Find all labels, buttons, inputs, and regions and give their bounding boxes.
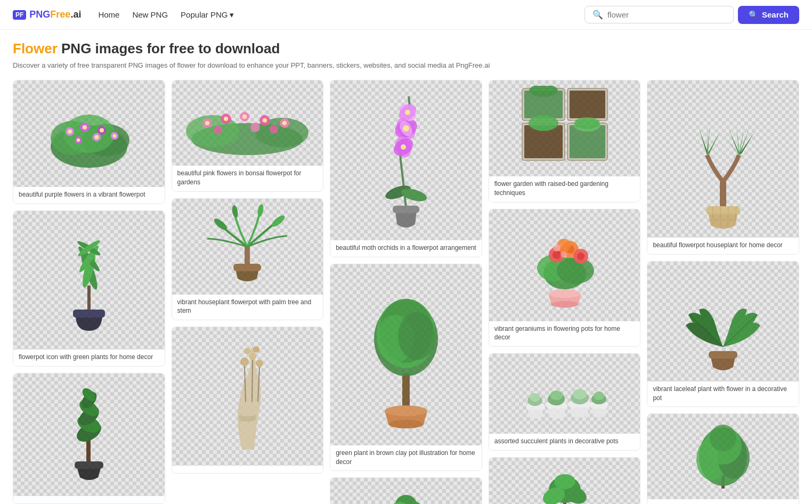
svg-point-99: [574, 117, 600, 129]
svg-point-130: [554, 474, 575, 489]
list-item[interactable]: green plant in brown clay pot illustrati…: [330, 264, 482, 472]
svg-point-112: [549, 289, 581, 298]
image-label: beautiful flowerpot houseplant for home …: [647, 238, 799, 254]
list-item[interactable]: [489, 457, 641, 504]
svg-point-71: [405, 110, 410, 115]
image-thumbnail: [489, 209, 640, 321]
image-label: beautiful purple flowers in a vibrant fl…: [13, 187, 165, 204]
svg-rect-23: [73, 310, 105, 318]
list-item[interactable]: beautiful purple flowers in a vibrant fl…: [13, 80, 165, 204]
svg-point-81: [385, 405, 427, 416]
svg-point-33: [186, 115, 239, 147]
svg-point-36: [205, 121, 209, 125]
search-btn-icon: 🔍: [749, 10, 759, 20]
svg-rect-31: [75, 461, 103, 469]
nav-new-png[interactable]: New PNG: [132, 10, 168, 19]
title-rest: PNG images for free to download: [58, 40, 280, 56]
grid-col-3: flower garden with raised-bed gardening …: [489, 80, 641, 504]
svg-point-68: [401, 144, 406, 150]
list-item[interactable]: beautiful flowerpot houseplant for home …: [647, 80, 799, 255]
list-item[interactable]: vibrant houseplant flowerpot with palm t…: [172, 198, 324, 321]
svg-point-65: [403, 125, 409, 132]
svg-point-110: [553, 244, 561, 251]
grid-col-4: beautiful flowerpot houseplant for home …: [647, 80, 799, 504]
svg-point-146: [710, 425, 736, 451]
image-label: [13, 496, 165, 503]
list-item[interactable]: assorted succulent plants in decorative …: [489, 353, 641, 451]
image-thumbnail: [13, 80, 165, 187]
svg-point-13: [77, 139, 80, 142]
svg-point-80: [398, 312, 435, 360]
list-item[interactable]: vibrant laceleaf plant with flower in a …: [647, 261, 799, 408]
image-grid: beautiful purple flowers in a vibrant fl…: [13, 80, 799, 504]
search-btn-label: Search: [762, 10, 789, 19]
logo[interactable]: PF PNGFree.ai: [13, 9, 81, 20]
svg-point-57: [244, 348, 250, 354]
grid-col-0: beautiful purple flowers in a vibrant fl…: [13, 80, 165, 504]
svg-point-47: [270, 125, 278, 134]
list-item[interactable]: [647, 413, 799, 504]
image-label: green plant in brown clay pot illustrati…: [330, 445, 482, 471]
image-label: flowerpot icon with green plants for hom…: [13, 349, 165, 366]
svg-point-111: [561, 251, 567, 258]
svg-point-45: [214, 126, 222, 134]
list-item[interactable]: beautiful pink flowers in bonsai flowerp…: [172, 80, 324, 192]
image-thumbnail: [647, 80, 799, 238]
image-label: [172, 466, 323, 473]
image-label: [647, 499, 799, 504]
logo-free-text: Free: [50, 9, 70, 20]
image-thumbnail: [489, 354, 640, 434]
nav-popular-png[interactable]: Popular PNG ▾: [181, 10, 234, 20]
list-item[interactable]: flower garden with raised-bed gardening …: [489, 80, 641, 202]
svg-point-42: [263, 118, 267, 123]
nav-home[interactable]: Home: [98, 10, 119, 19]
search-button[interactable]: 🔍 Search: [738, 6, 799, 24]
site-header: PF PNGFree.ai Home New PNG Popular PNG ▾…: [0, 0, 812, 30]
image-thumbnail: [172, 80, 323, 166]
svg-point-50: [270, 213, 287, 228]
svg-rect-74: [393, 206, 419, 213]
list-item[interactable]: flowerpot icon with green plants for hom…: [13, 210, 165, 367]
list-item[interactable]: vibrant geraniums in flowering pots for …: [489, 209, 641, 347]
chevron-down-icon: ▾: [230, 10, 234, 20]
svg-point-55: [249, 353, 256, 360]
list-item[interactable]: [172, 327, 324, 474]
svg-point-58: [253, 346, 259, 353]
image-label: beautiful moth orchids in a flowerpot ar…: [330, 240, 482, 257]
svg-point-104: [553, 250, 561, 259]
list-item[interactable]: [330, 477, 482, 504]
main-content: Flower PNG images for free to download D…: [0, 30, 812, 504]
svg-point-15: [94, 135, 99, 139]
search-box: 🔍 flower: [584, 6, 734, 23]
image-thumbnail: [330, 80, 482, 240]
main-nav: Home New PNG Popular PNG ▾: [98, 10, 234, 20]
logo-brand: PNGFree.ai: [29, 9, 81, 20]
svg-point-125: [594, 392, 604, 400]
image-label: vibrant houseplant flowerpot with palm t…: [172, 295, 323, 320]
page-title: Flower PNG images for free to download: [13, 40, 799, 57]
svg-rect-53: [233, 264, 261, 271]
image-thumbnail: [489, 80, 640, 176]
svg-point-54: [240, 357, 249, 366]
svg-point-82: [388, 420, 424, 428]
svg-point-5: [68, 129, 72, 134]
list-item[interactable]: [13, 373, 165, 504]
logo-ai-text: .ai: [70, 9, 81, 20]
svg-point-9: [100, 128, 104, 133]
svg-line-60: [252, 360, 253, 402]
logo-pf-badge: PF: [13, 10, 26, 20]
svg-point-38: [224, 117, 228, 121]
image-thumbnail: [647, 414, 799, 499]
image-label: assorted succulent plants in decorative …: [489, 434, 640, 450]
search-icon: 🔍: [592, 10, 603, 20]
grid-col-2: beautiful moth orchids in a flowerpot ar…: [330, 80, 482, 504]
image-thumbnail: [13, 211, 165, 349]
svg-point-56: [256, 360, 263, 367]
svg-point-49: [213, 216, 229, 231]
search-input[interactable]: flower: [607, 10, 726, 19]
image-thumbnail: [647, 262, 799, 381]
title-highlight: Flower: [13, 40, 58, 56]
svg-point-119: [530, 393, 540, 402]
list-item[interactable]: beautiful moth orchids in a flowerpot ar…: [330, 80, 482, 257]
svg-point-123: [573, 389, 587, 400]
